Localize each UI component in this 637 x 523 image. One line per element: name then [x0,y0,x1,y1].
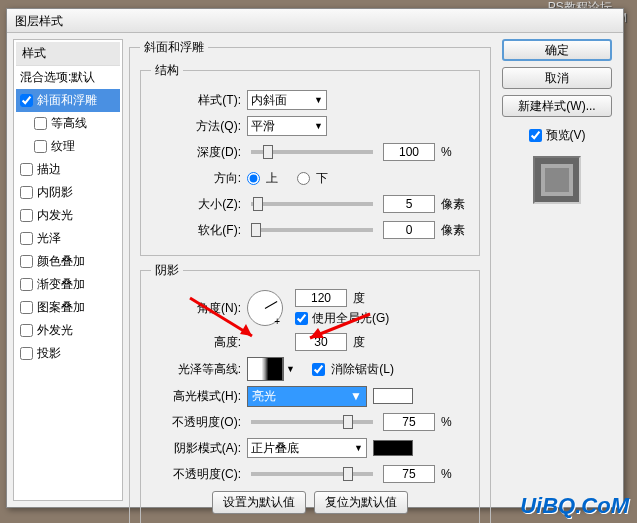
style-label: 光泽 [37,230,61,247]
shadow-opacity-label: 不透明度(C): [151,466,241,483]
style-texture[interactable]: 纹理 [16,135,120,158]
style-label: 图案叠加 [37,299,85,316]
outer-glow-checkbox[interactable] [20,324,33,337]
shadow-opacity-input[interactable] [383,465,435,483]
make-default-button[interactable]: 设置为默认值 [212,491,306,514]
styles-list: 样式 混合选项:默认 斜面和浮雕 等高线 纹理 描边 内阴影 内发光 光泽 颜色… [13,39,123,501]
bevel-fieldset: 斜面和浮雕 结构 样式(T): 内斜面▼ 方法(Q): 平滑▼ 深度(D): [129,39,491,523]
shadow-color-swatch[interactable] [373,440,413,456]
bevel-checkbox[interactable] [20,94,33,107]
style-label: 投影 [37,345,61,362]
highlight-opacity-unit: % [441,415,469,429]
style-satin[interactable]: 光泽 [16,227,120,250]
chevron-down-icon: ▼ [283,357,297,381]
angle-dial[interactable] [247,290,283,326]
gloss-contour-label: 光泽等高线: [151,361,241,378]
size-label: 大小(Z): [151,196,241,213]
angle-label: 角度(N): [151,300,241,317]
technique-label: 方法(Q): [151,118,241,135]
style-drop-shadow[interactable]: 投影 [16,342,120,365]
style-gradient-overlay[interactable]: 渐变叠加 [16,273,120,296]
direction-label: 方向: [151,170,241,187]
highlight-opacity-slider[interactable] [251,420,373,424]
highlight-mode-dropdown[interactable]: 亮光▼ [247,386,367,407]
soften-input[interactable] [383,221,435,239]
preview-label: 预览(V) [546,127,586,144]
chevron-down-icon: ▼ [350,389,362,403]
size-slider[interactable] [251,202,373,206]
pattern-overlay-checkbox[interactable] [20,301,33,314]
altitude-label: 高度: [151,334,241,351]
style-contour[interactable]: 等高线 [16,112,120,135]
depth-slider[interactable] [251,150,373,154]
style-outer-glow[interactable]: 外发光 [16,319,120,342]
shadow-opacity-slider[interactable] [251,472,373,476]
structure-legend: 结构 [151,62,183,79]
altitude-input[interactable] [295,333,347,351]
depth-label: 深度(D): [151,144,241,161]
angle-input[interactable] [295,289,347,307]
style-label: 渐变叠加 [37,276,85,293]
global-light-checkbox[interactable] [295,312,308,325]
style-label: 样式(T): [151,92,241,109]
style-label: 描边 [37,161,61,178]
contour-checkbox[interactable] [34,117,47,130]
highlight-color-swatch[interactable] [373,388,413,404]
shading-legend: 阴影 [151,262,183,279]
bevel-settings-panel: 斜面和浮雕 结构 样式(T): 内斜面▼ 方法(Q): 平滑▼ 深度(D): [129,39,491,501]
gradient-overlay-checkbox[interactable] [20,278,33,291]
size-unit: 像素 [441,196,469,213]
shading-fieldset: 阴影 角度(N): 度 使用全局光(G) [140,262,480,523]
antialias-label: 消除锯齿(L) [331,361,394,378]
window-title: 图层样式 [7,9,623,33]
new-style-button[interactable]: 新建样式(W)... [502,95,612,117]
style-inner-glow[interactable]: 内发光 [16,204,120,227]
style-inner-shadow[interactable]: 内阴影 [16,181,120,204]
style-label: 颜色叠加 [37,253,85,270]
direction-down-label: 下 [316,170,328,187]
size-input[interactable] [383,195,435,213]
color-overlay-checkbox[interactable] [20,255,33,268]
ok-button[interactable]: 确定 [502,39,612,61]
style-label: 斜面和浮雕 [37,92,97,109]
stroke-checkbox[interactable] [20,163,33,176]
style-dropdown[interactable]: 内斜面▼ [247,90,327,110]
texture-checkbox[interactable] [34,140,47,153]
style-stroke[interactable]: 描边 [16,158,120,181]
inner-glow-checkbox[interactable] [20,209,33,222]
preview-checkbox[interactable] [529,129,542,142]
layer-style-dialog: 图层样式 样式 混合选项:默认 斜面和浮雕 等高线 纹理 描边 内阴影 内发光 … [6,8,624,508]
inner-shadow-checkbox[interactable] [20,186,33,199]
shadow-mode-dropdown[interactable]: 正片叠底▼ [247,438,367,458]
direction-up-label: 上 [266,170,278,187]
blending-options-row[interactable]: 混合选项:默认 [16,66,120,89]
direction-up-radio[interactable] [247,172,260,185]
style-pattern-overlay[interactable]: 图案叠加 [16,296,120,319]
chevron-down-icon: ▼ [314,95,323,105]
style-label: 内阴影 [37,184,73,201]
cancel-button[interactable]: 取消 [502,67,612,89]
gloss-contour-swatch [247,357,283,381]
depth-input[interactable] [383,143,435,161]
structure-fieldset: 结构 样式(T): 内斜面▼ 方法(Q): 平滑▼ 深度(D): % [140,62,480,256]
preview-swatch [533,156,581,204]
angle-unit: 度 [353,290,365,307]
style-color-overlay[interactable]: 颜色叠加 [16,250,120,273]
watermark-bottom: UiBQ.CoM [520,493,629,519]
style-bevel-emboss[interactable]: 斜面和浮雕 [16,89,120,112]
antialias-checkbox[interactable] [312,363,325,376]
drop-shadow-checkbox[interactable] [20,347,33,360]
reset-default-button[interactable]: 复位为默认值 [314,491,408,514]
global-light-label: 使用全局光(G) [312,310,389,327]
satin-checkbox[interactable] [20,232,33,245]
direction-down-radio[interactable] [297,172,310,185]
style-label: 纹理 [51,138,75,155]
depth-unit: % [441,145,469,159]
shadow-opacity-unit: % [441,467,469,481]
gloss-contour-picker[interactable]: ▼ [247,357,297,381]
highlight-opacity-input[interactable] [383,413,435,431]
style-label: 外发光 [37,322,73,339]
technique-dropdown[interactable]: 平滑▼ [247,116,327,136]
soften-unit: 像素 [441,222,469,239]
soften-slider[interactable] [251,228,373,232]
